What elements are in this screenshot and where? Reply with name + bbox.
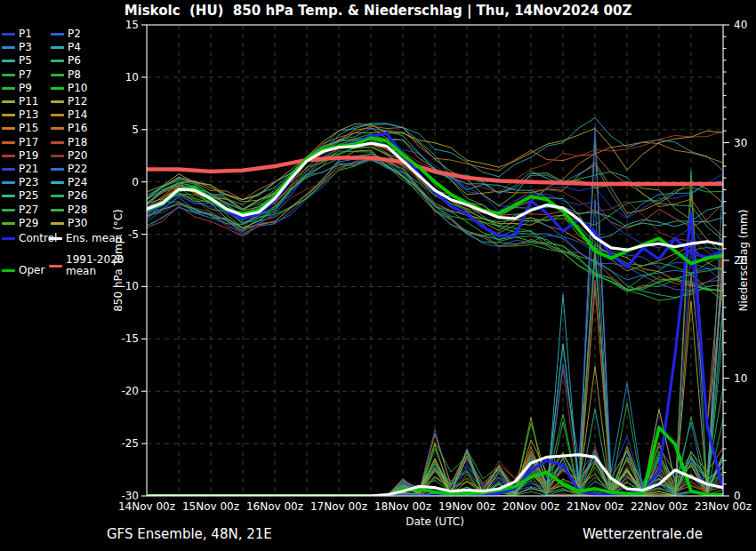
x-tick-label: 21Nov 00z <box>567 500 623 513</box>
y-left-tick-label: 0 <box>132 176 139 188</box>
y-left-tick-label: -5 <box>128 228 139 241</box>
y-left-tick-label: 10 <box>125 71 139 84</box>
x-tick-label: 15Nov 00z <box>182 500 239 513</box>
y-right-axis-title: Niederschlag (mm) <box>737 210 750 312</box>
footer-site-name: Wetterzentrale.de <box>583 526 703 542</box>
x-tick-label: 18Nov 00z <box>374 500 431 513</box>
y-left-tick-label: 15 <box>125 19 139 31</box>
y-right-tick-label: 40 <box>734 19 747 31</box>
y-right-tick-label: 30 <box>734 137 747 149</box>
y-left-tick-label: 5 <box>132 124 139 136</box>
ensemble-member-lines <box>147 118 723 496</box>
series-oper-temp <box>147 138 723 263</box>
y-left-tick-label: -15 <box>121 332 139 345</box>
x-tick-label: 19Nov 00z <box>438 500 495 513</box>
x-tick-label: 23Nov 00z <box>695 500 752 513</box>
y-left-tick-label: -25 <box>121 437 139 450</box>
footer-model-info: GFS Ensemble, 48N, 21E <box>107 526 272 542</box>
x-tick-label: 22Nov 00z <box>631 500 688 513</box>
x-tick-label: 14Nov 00z <box>118 500 175 513</box>
chart-canvas: 151050-5-10-15-20-25-3001020304014Nov 00… <box>0 0 756 551</box>
x-tick-label: 17Nov 00z <box>310 500 367 513</box>
x-tick-label: 16Nov 00z <box>246 500 303 513</box>
grid-lines <box>147 25 723 496</box>
meteogram-page: { "title": "Miskolc (HU) 850 hPa Temp. &… <box>0 0 756 551</box>
y-right-tick-label: 10 <box>734 372 747 385</box>
y-left-axis-title: 850 hPa Temp. (°C) <box>112 209 125 312</box>
y-left-tick-label: -20 <box>121 385 139 397</box>
x-tick-label: 20Nov 00z <box>503 500 559 513</box>
x-axis-title: Date (UTC) <box>406 515 464 528</box>
